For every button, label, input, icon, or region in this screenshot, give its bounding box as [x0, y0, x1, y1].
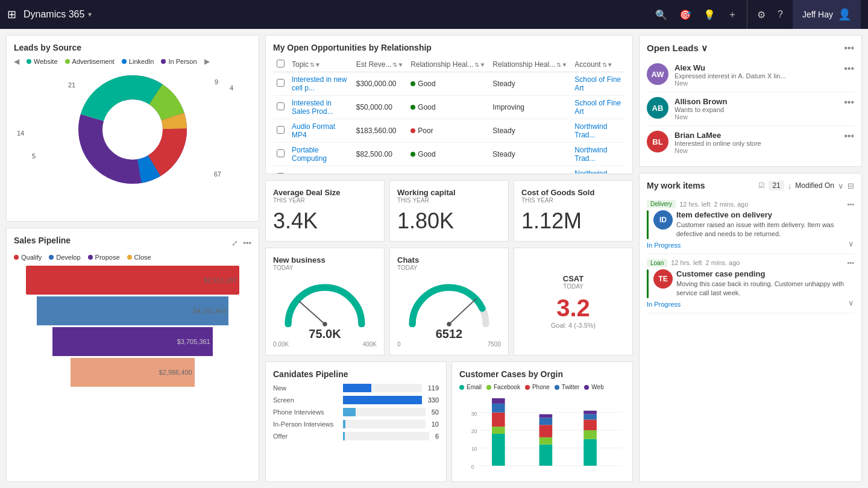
legend-inperson: In Person [161, 58, 197, 65]
account-link-2[interactable]: School of Fine Art [574, 99, 621, 116]
lead-more-2[interactable]: ••• [844, 97, 854, 108]
open-leads-panel: Open Leads ∨ ••• AW Alex Wu Expressed in… [639, 35, 862, 167]
lead-name-2[interactable]: Allison Brown [675, 97, 838, 106]
account-link-1[interactable]: School of Fine Art [574, 75, 621, 92]
develop-dot [49, 255, 54, 260]
sort-label[interactable]: Modified On [795, 181, 834, 190]
close-label: Close [134, 254, 151, 261]
work-desc-2: Moving this case back in routing. Custom… [676, 280, 854, 298]
develop-bar: $4,241,442 [37, 296, 229, 325]
row-checkbox-4[interactable] [277, 149, 285, 157]
csat-title: CSAT [563, 274, 583, 283]
expand-icon-1[interactable]: ∨ [848, 239, 854, 248]
lead-name-3[interactable]: Brian LaMee [675, 131, 838, 140]
account-sort[interactable]: ⇅▼ [602, 61, 613, 68]
bar-count-new: 119 [428, 384, 439, 392]
health-2: Good [407, 96, 489, 119]
main-content: Leads by Source ◀ Website Advertisement … [0, 29, 868, 488]
bulb-icon[interactable]: 💡 [703, 9, 715, 20]
legend-next[interactable]: ▶ [204, 57, 210, 66]
kpi-working-capital-value: 1.80K [397, 208, 501, 234]
linkedin-label: LinkedIn [129, 58, 154, 65]
lead-status-3: New [675, 147, 838, 154]
work-items-header: My work items ☑ 21 ↓ Modified On ∨ ⊟ [647, 181, 854, 190]
inperson-dot [161, 59, 166, 64]
work-item-2-footer: In Progress ∨ [647, 298, 854, 308]
lead-name-1[interactable]: Alex Wu [675, 63, 838, 72]
more-icon[interactable]: ••• [243, 239, 251, 248]
account-link-3[interactable]: Northwind Trad... [574, 122, 607, 139]
csat-card: CSAT TODAY 3.2 Goal: 4 (-3.5%) [514, 248, 633, 355]
lead-more-1[interactable]: ••• [844, 63, 854, 74]
kpi-working-capital: Working capital THIS YEAR 1.80K [389, 180, 509, 242]
lead-more-3[interactable]: ••• [844, 131, 854, 142]
target-icon[interactable]: 🎯 [679, 9, 691, 20]
bar-count-phone: 50 [432, 408, 439, 416]
revenue-sort[interactable]: ⇅▼ [392, 61, 403, 68]
user-menu[interactable]: Jeff Hay 👤 [793, 0, 861, 29]
row-checkbox-5[interactable] [277, 173, 285, 174]
sort-icon[interactable]: ⇅▼ [310, 61, 321, 68]
trend-4: Steady [489, 143, 571, 166]
lead-avatar-1: AW [647, 63, 668, 85]
work-avatar-2: TE [653, 269, 673, 289]
bar-label-phone: Phone Interviews [273, 408, 339, 416]
sales-pipeline-panel: Sales Pipeline ⤢ ••• Qualify Develop Pro [6, 228, 259, 482]
funnel-bar-propose: $3,705,361 [52, 327, 213, 356]
csat-value: 3.2 [556, 295, 590, 322]
trend-1: Steady [489, 72, 571, 96]
g2-facebook [539, 437, 553, 445]
topic-link-1[interactable]: Interested in new cell p... [292, 75, 347, 92]
opp-table-header: Topic ⇅▼ Est Reve... ⇅▼ Relationship Hea… [273, 57, 625, 72]
work-item-more-1[interactable]: ••• [847, 201, 854, 208]
row-checkbox-3[interactable] [277, 126, 285, 134]
select-all-checkbox[interactable] [277, 60, 285, 67]
propose-bar: $3,705,361 [52, 327, 213, 356]
expand-icon[interactable]: ⤢ [231, 239, 238, 248]
propose-dot [88, 255, 93, 260]
topic-link-5[interactable]: Audio Format [292, 174, 335, 174]
left-column: Leads by Source ◀ Website Advertisement … [6, 35, 259, 482]
work-count-badge: 21 [769, 181, 784, 190]
leads-by-source-panel: Leads by Source ◀ Website Advertisement … [6, 35, 259, 222]
open-leads-title[interactable]: Open Leads ∨ [647, 43, 708, 54]
chevron-icon[interactable]: ▾ [88, 10, 92, 19]
g2-twitter [539, 418, 553, 425]
health-dot-2 [410, 105, 415, 110]
topic-link-2[interactable]: Interested in Sales Prod... [292, 99, 333, 116]
work-item-more-2[interactable]: ••• [847, 259, 854, 266]
sort-chevron[interactable]: ∨ [838, 181, 844, 190]
kpi-cogs-subtitle: THIS YEAR [521, 197, 625, 204]
open-leads-chevron: ∨ [701, 43, 708, 53]
topic-link-4[interactable]: Portable Computing [292, 146, 327, 163]
row-checkbox-2[interactable] [277, 102, 285, 110]
sort-down-icon: ↓ [788, 181, 792, 190]
relhealth2-sort[interactable]: ⇅▼ [556, 61, 567, 68]
help-icon[interactable]: ? [778, 9, 783, 20]
work-item-2-body-row: TE Customer case pending Moving this cas… [647, 269, 854, 298]
view-options-icon[interactable]: ⊟ [848, 181, 854, 190]
relhealth1-sort[interactable]: ⇅▼ [474, 61, 485, 68]
topic-link-3[interactable]: Audio Format MP4 [292, 122, 335, 139]
legend-prev[interactable]: ◀ [14, 57, 19, 66]
open-leads-label: Open Leads [647, 43, 699, 53]
settings-icon[interactable]: ⚙ [757, 9, 766, 20]
expand-icon-2[interactable]: ∨ [848, 298, 854, 307]
plus-icon[interactable]: ＋ [728, 8, 737, 21]
kpi-avg-deal-title: Average Deal Size [273, 188, 377, 197]
g3-web [583, 411, 597, 414]
bar-label-new: New [273, 384, 339, 392]
search-icon[interactable]: 🔍 [655, 9, 667, 20]
row-checkbox-1[interactable] [277, 79, 285, 87]
apps-grid-icon[interactable]: ⊞ [7, 8, 16, 21]
app-title: Dynamics 365 [24, 9, 84, 20]
qualify-label: Qualify [21, 254, 42, 261]
open-leads-more[interactable]: ••• [844, 43, 854, 54]
account-link-4[interactable]: Northwind Trad... [574, 146, 607, 163]
topnav: ⊞ Dynamics 365 ▾ 🔍 🎯 💡 ＋ ⚙ ? Jeff Hay 👤 [0, 0, 868, 29]
bar-track-new [343, 384, 422, 392]
account-link-5[interactable]: Northwind Trad... [574, 169, 607, 174]
g3-facebook [583, 430, 597, 439]
qualify-bar: $2,911,187 [26, 266, 239, 295]
legend-facebook: Facebook [486, 384, 520, 390]
